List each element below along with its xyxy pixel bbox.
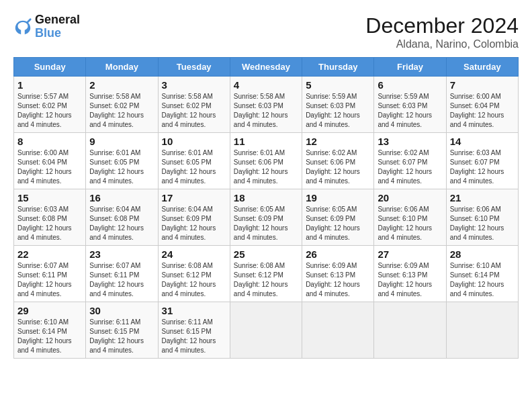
day-number: 11 [234,136,298,147]
day-header-tuesday: Tuesday [158,58,230,77]
title-block: December 2024 Aldana, Narino, Colombia [365,13,519,50]
calendar-cell: 14Sunrise: 6:03 AMSunset: 6:07 PMDayligh… [446,133,518,189]
calendar-header-row: SundayMondayTuesdayWednesdayThursdayFrid… [14,58,519,77]
day-number: 25 [234,248,298,260]
day-info: Sunrise: 6:07 AMSunset: 6:11 PMDaylight:… [89,261,154,299]
day-info: Sunrise: 6:07 AMSunset: 6:11 PMDaylight:… [17,261,82,299]
day-number: 30 [89,305,154,316]
calendar-cell: 6Sunrise: 5:59 AMSunset: 6:03 PMDaylight… [374,77,446,133]
day-number: 28 [450,248,515,260]
day-header-saturday: Saturday [446,58,518,77]
day-header-monday: Monday [86,58,158,77]
calendar-week-row: 8Sunrise: 6:00 AMSunset: 6:04 PMDaylight… [14,133,519,189]
calendar-cell: 25Sunrise: 6:08 AMSunset: 6:12 PMDayligh… [230,246,302,302]
day-number: 29 [17,305,82,316]
day-number: 2 [89,79,154,91]
calendar-cell [230,302,302,359]
calendar-cell: 7Sunrise: 6:00 AMSunset: 6:04 PMDaylight… [446,77,518,133]
logo-text: General Blue [35,13,80,40]
calendar-cell: 16Sunrise: 6:04 AMSunset: 6:08 PMDayligh… [86,189,158,246]
day-number: 3 [162,79,226,91]
day-info: Sunrise: 6:01 AMSunset: 6:06 PMDaylight:… [234,148,298,186]
day-number: 10 [162,136,226,147]
day-number: 19 [306,192,370,203]
calendar-cell: 27Sunrise: 6:09 AMSunset: 6:13 PMDayligh… [374,246,446,302]
day-info: Sunrise: 6:00 AMSunset: 6:04 PMDaylight:… [450,92,515,130]
calendar-week-row: 22Sunrise: 6:07 AMSunset: 6:11 PMDayligh… [14,246,519,302]
day-info: Sunrise: 6:10 AMSunset: 6:14 PMDaylight:… [17,318,82,355]
main-title: December 2024 [365,13,519,38]
calendar-cell: 15Sunrise: 6:03 AMSunset: 6:08 PMDayligh… [14,189,86,246]
calendar-cell: 22Sunrise: 6:07 AMSunset: 6:11 PMDayligh… [14,246,86,302]
day-info: Sunrise: 6:09 AMSunset: 6:13 PMDaylight:… [306,261,370,299]
calendar-cell: 8Sunrise: 6:00 AMSunset: 6:04 PMDaylight… [14,133,86,189]
day-info: Sunrise: 6:04 AMSunset: 6:08 PMDaylight:… [89,205,154,242]
day-info: Sunrise: 6:10 AMSunset: 6:14 PMDaylight:… [450,261,515,299]
day-number: 31 [162,305,226,316]
day-header-thursday: Thursday [302,58,374,77]
day-number: 12 [306,136,370,147]
calendar-cell: 28Sunrise: 6:10 AMSunset: 6:14 PMDayligh… [446,246,518,302]
calendar-cell: 9Sunrise: 6:01 AMSunset: 6:05 PMDaylight… [86,133,158,189]
calendar-cell: 24Sunrise: 6:08 AMSunset: 6:12 PMDayligh… [158,246,230,302]
day-info: Sunrise: 5:58 AMSunset: 6:02 PMDaylight:… [162,92,226,130]
day-number: 15 [17,192,82,203]
calendar-cell: 18Sunrise: 6:05 AMSunset: 6:09 PMDayligh… [230,189,302,246]
day-info: Sunrise: 6:00 AMSunset: 6:04 PMDaylight:… [17,148,82,186]
day-info: Sunrise: 6:04 AMSunset: 6:09 PMDaylight:… [162,205,226,242]
day-info: Sunrise: 5:58 AMSunset: 6:02 PMDaylight:… [89,92,154,130]
day-number: 1 [17,79,82,91]
day-number: 6 [378,79,442,91]
day-info: Sunrise: 5:58 AMSunset: 6:03 PMDaylight:… [234,92,298,130]
calendar-cell: 12Sunrise: 6:02 AMSunset: 6:06 PMDayligh… [302,133,374,189]
day-info: Sunrise: 6:11 AMSunset: 6:15 PMDaylight:… [89,318,154,355]
day-info: Sunrise: 5:59 AMSunset: 6:03 PMDaylight:… [378,92,442,130]
day-header-sunday: Sunday [14,58,86,77]
day-info: Sunrise: 6:09 AMSunset: 6:13 PMDaylight:… [378,261,442,299]
day-number: 26 [306,248,370,260]
calendar-cell: 5Sunrise: 5:59 AMSunset: 6:03 PMDaylight… [302,77,374,133]
day-info: Sunrise: 6:01 AMSunset: 6:05 PMDaylight:… [162,148,226,186]
day-number: 13 [378,136,442,147]
logo: General Blue [13,13,80,40]
calendar-cell: 31Sunrise: 6:11 AMSunset: 6:15 PMDayligh… [158,302,230,359]
calendar-cell [302,302,374,359]
calendar-cell: 30Sunrise: 6:11 AMSunset: 6:15 PMDayligh… [86,302,158,359]
logo-icon [13,17,32,36]
calendar-cell: 23Sunrise: 6:07 AMSunset: 6:11 PMDayligh… [86,246,158,302]
day-info: Sunrise: 6:02 AMSunset: 6:07 PMDaylight:… [378,148,442,186]
calendar-week-row: 1Sunrise: 5:57 AMSunset: 6:02 PMDaylight… [14,77,519,133]
page-header: General Blue December 2024 Aldana, Narin… [13,13,519,50]
calendar-cell: 4Sunrise: 5:58 AMSunset: 6:03 PMDaylight… [230,77,302,133]
calendar-cell: 13Sunrise: 6:02 AMSunset: 6:07 PMDayligh… [374,133,446,189]
calendar-week-row: 29Sunrise: 6:10 AMSunset: 6:14 PMDayligh… [14,302,519,359]
day-info: Sunrise: 6:03 AMSunset: 6:07 PMDaylight:… [450,148,515,186]
subtitle: Aldana, Narino, Colombia [365,38,519,50]
day-info: Sunrise: 6:11 AMSunset: 6:15 PMDaylight:… [162,318,226,355]
day-info: Sunrise: 6:01 AMSunset: 6:05 PMDaylight:… [89,148,154,186]
day-number: 7 [450,79,515,91]
calendar-cell: 19Sunrise: 6:05 AMSunset: 6:09 PMDayligh… [302,189,374,246]
calendar-cell: 1Sunrise: 5:57 AMSunset: 6:02 PMDaylight… [14,77,86,133]
day-info: Sunrise: 6:06 AMSunset: 6:10 PMDaylight:… [450,205,515,242]
day-info: Sunrise: 6:03 AMSunset: 6:08 PMDaylight:… [17,205,82,242]
calendar-cell: 17Sunrise: 6:04 AMSunset: 6:09 PMDayligh… [158,189,230,246]
day-header-wednesday: Wednesday [230,58,302,77]
calendar-cell: 29Sunrise: 6:10 AMSunset: 6:14 PMDayligh… [14,302,86,359]
day-info: Sunrise: 6:08 AMSunset: 6:12 PMDaylight:… [162,261,226,299]
day-info: Sunrise: 6:05 AMSunset: 6:09 PMDaylight:… [306,205,370,242]
day-number: 5 [306,79,370,91]
day-info: Sunrise: 5:59 AMSunset: 6:03 PMDaylight:… [306,92,370,130]
day-info: Sunrise: 5:57 AMSunset: 6:02 PMDaylight:… [17,92,82,130]
calendar-week-row: 15Sunrise: 6:03 AMSunset: 6:08 PMDayligh… [14,189,519,246]
calendar-cell: 3Sunrise: 5:58 AMSunset: 6:02 PMDaylight… [158,77,230,133]
calendar-cell [374,302,446,359]
day-number: 18 [234,192,298,203]
calendar-cell: 11Sunrise: 6:01 AMSunset: 6:06 PMDayligh… [230,133,302,189]
day-header-friday: Friday [374,58,446,77]
day-number: 21 [450,192,515,203]
day-number: 9 [89,136,154,147]
day-number: 23 [89,248,154,260]
calendar-cell: 26Sunrise: 6:09 AMSunset: 6:13 PMDayligh… [302,246,374,302]
day-number: 22 [17,248,82,260]
